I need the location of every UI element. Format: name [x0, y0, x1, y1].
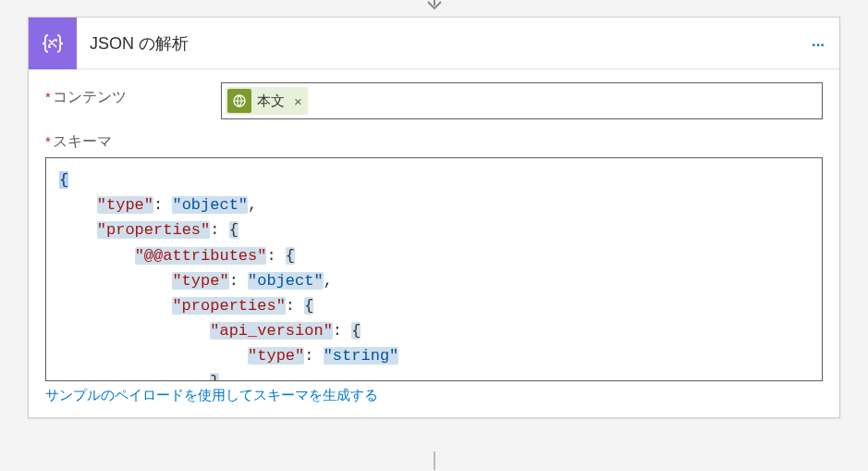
- schema-label-wrap: * スキーマ: [45, 132, 823, 152]
- schema-label: スキーマ: [53, 132, 112, 152]
- token-label: 本文: [257, 93, 285, 110]
- card-body: * コンテンツ 本文 × * スキーマ { "type": "object", …: [29, 69, 839, 417]
- generate-schema-link[interactable]: サンプルのペイロードを使用してスキーマを生成する: [45, 387, 378, 404]
- card-title: JSON の解析: [77, 32, 795, 55]
- json-parse-icon: [29, 18, 77, 69]
- more-menu-button[interactable]: ···: [795, 31, 839, 56]
- token-remove-button[interactable]: ×: [294, 93, 302, 109]
- globe-icon: [227, 89, 251, 113]
- schema-field-block: * スキーマ { "type": "object", "properties":…: [45, 132, 823, 404]
- required-mark: *: [45, 133, 51, 149]
- schema-code-editor[interactable]: { "type": "object", "properties": { "@@a…: [45, 157, 823, 381]
- ellipsis-icon: ···: [811, 31, 824, 56]
- content-input[interactable]: 本文 ×: [221, 82, 823, 119]
- content-label: コンテンツ: [53, 88, 127, 107]
- card-header: JSON の解析 ···: [29, 18, 839, 69]
- flow-connector-line: [434, 452, 435, 470]
- required-mark: *: [45, 89, 51, 105]
- content-field-row: * コンテンツ 本文 ×: [45, 82, 823, 119]
- content-label-wrap: * コンテンツ: [45, 82, 214, 107]
- content-token[interactable]: 本文 ×: [226, 87, 308, 115]
- flow-arrow-down-icon: [424, 0, 445, 17]
- action-card: JSON の解析 ··· * コンテンツ 本文 × *: [28, 17, 840, 418]
